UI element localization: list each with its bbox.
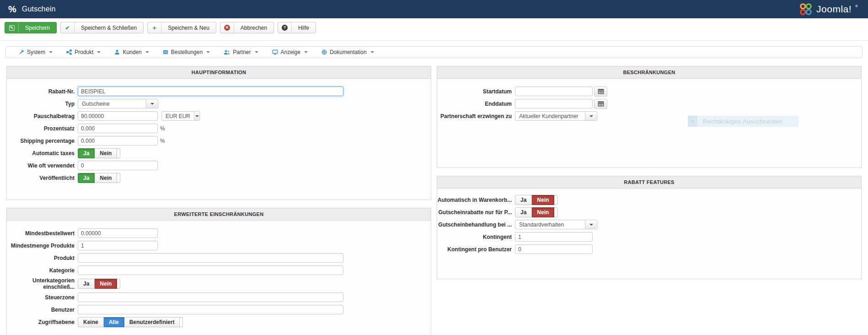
check-icon: ✔ [61,22,75,33]
nein-button[interactable]: Nein [532,195,554,205]
panel-erweiterte-einschraenkungen: ERWEITERTE EINSCHRÄNKUNGEN Mindestbestel… [6,208,431,335]
kontingent-input[interactable] [515,232,593,242]
warenkorb-toggle: Ja Nein [515,195,557,205]
prozentsatz-input[interactable] [78,124,158,133]
startdatum-input[interactable] [515,86,593,96]
menu-item-partner[interactable]: Partner [224,49,258,55]
unterkategorien-toggle: Ja Nein [78,279,120,289]
alle-button[interactable]: Alle [104,317,124,327]
pauschalbetrag-label: Pauschalbetrag [7,113,78,119]
enddatum-label: Enddatum [437,101,515,107]
menu-item-system[interactable]: System [19,49,53,55]
unterkategorien-label: Unterkategorien einschließ... [7,277,78,290]
ja-button[interactable]: Ja [78,148,95,158]
nein-button[interactable]: Nein [532,207,554,217]
cancel-button[interactable]: ✕ Abbrechen [220,22,274,33]
currency-select[interactable]: EUR EUR [161,111,200,121]
menu-item-kunden[interactable]: Kunden [114,49,149,55]
nein-button[interactable]: Nein [95,173,117,183]
menu-item-produkt[interactable]: Produkt [66,49,101,55]
chevron-down-icon [585,112,597,120]
rabatt-nr-input[interactable] [78,86,343,96]
pauschalbetrag-input[interactable] [78,111,158,121]
mindestmenge-produkte-input[interactable] [78,241,158,250]
wie-oft-verwendet-input[interactable] [78,161,158,170]
mindestbestellwert-label: Mindestbestellwert [7,230,78,237]
plus-icon: + [148,22,161,33]
help-button[interactable]: ? Hilfe [278,22,316,33]
enddatum-input[interactable] [515,99,593,108]
kategorie-label: Kategorie [7,267,78,274]
kontingent-pro-benutzer-input[interactable] [515,244,593,254]
zugriffsebene-toggle: Keine Alle Benutzerdefiniert [78,317,183,327]
startdatum-calendar-button[interactable] [594,86,607,97]
toolbar: ✎ Speichern ✔ Speichern & Schließen + Sp… [0,18,868,41]
lifebuoy-icon [321,49,327,55]
toggle-stub [117,173,120,183]
ja-button[interactable]: Ja [78,173,95,183]
calendar-icon [598,89,604,94]
save-close-button[interactable]: ✔ Speichern & Schließen [60,22,144,33]
sitemap-icon [66,49,72,55]
panel-beschraenkungen: BESCHRÄNKUNGEN Startdatum Enddatum [437,66,862,168]
mindestmenge-produkte-label: Mindestmenge Produkte [7,243,78,249]
percent-suffix: % [160,125,165,132]
menu-item-bestellungen[interactable]: Bestellungen [163,49,210,55]
chevron-down-icon [146,99,158,108]
benutzer-input[interactable] [78,305,343,314]
nur-fuer-label: Gutscheinrabatte nur für P... [437,209,515,216]
keine-button[interactable]: Keine [78,317,104,327]
chevron-down-icon [206,51,210,53]
panel-title: ERWEITERTE EINSCHRÄNKUNGEN [7,208,431,221]
nein-button[interactable]: Nein [95,148,117,158]
nein-button[interactable]: Nein [95,279,117,289]
help-icon: ? [278,22,292,33]
partnerschaft-select[interactable]: Aktueller Kundenpartner [515,111,597,121]
toggle-stub [180,317,183,327]
save-button[interactable]: ✎ Speichern [5,22,57,33]
save-icon: ✎ [5,22,19,33]
save-new-button[interactable]: + Speichern & Neu [147,22,216,33]
panel-title: BESCHRÄNKUNGEN [437,66,861,79]
menu-item-anzeige[interactable]: Anzeige [272,49,308,55]
snip-dot-icon: ● [688,116,697,127]
panel-rabatt-features: RABATT FEATURES Automatisch in Warenkorb… [437,176,862,279]
typ-select[interactable]: Gutscheine [78,99,158,108]
produkt-input[interactable] [78,253,343,263]
veroeffentlicht-label: Veröffentlicht [7,175,78,181]
monitor-icon [272,49,278,55]
cancel-icon: ✕ [220,22,234,33]
ja-button[interactable]: Ja [78,279,95,289]
behandlung-select[interactable]: Standardverhalten [515,220,597,229]
automatic-taxes-label: Automatic taxes [7,150,78,157]
automatic-taxes-toggle: Ja Nein [78,148,120,158]
joomla-brand: Joomla! ® [799,2,858,16]
mindestbestellwert-input[interactable] [78,228,158,238]
toggle-stub [117,148,120,158]
shipping-percentage-input[interactable] [78,136,158,146]
benutzerdefiniert-button[interactable]: Benutzerdefiniert [124,317,180,327]
chevron-down-icon [97,51,101,53]
shipping-percentage-label: Shipping percentage [7,138,78,144]
startdatum-label: Startdatum [437,88,515,95]
steuerzone-label: Steuerzone [7,294,78,301]
component-menubar: System Produkt Kunden Bestellungen Partn… [5,46,863,58]
toggle-stub [117,279,120,289]
joomla-logo-icon [799,2,813,16]
calendar-icon [598,101,604,107]
ja-button[interactable]: Ja [515,207,532,217]
ja-button[interactable]: Ja [515,195,532,205]
zugriffsebene-label: Zugriffsebene [7,319,78,325]
toggle-stub [554,207,557,217]
benutzer-label: Benutzer [7,307,78,313]
partnerschaft-label: Partnerschaft erzwingen zu [437,113,515,119]
chevron-down-icon [304,51,308,53]
enddatum-calendar-button[interactable] [594,99,607,109]
kategorie-input[interactable] [78,265,343,275]
chevron-down-icon [255,51,258,53]
menu-item-dokumentation[interactable]: Dokumentation [321,49,374,55]
steuerzone-input[interactable] [78,292,343,302]
page-title: Gutschein [22,5,56,13]
brand-text: Joomla! [816,4,852,15]
kontingent-label: Kontingent [437,234,515,240]
